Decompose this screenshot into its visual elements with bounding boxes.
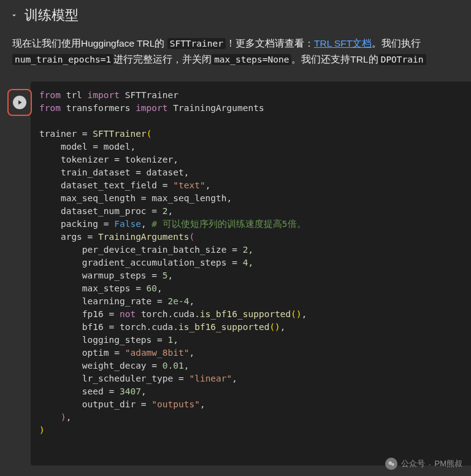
desc-text: 。我们还支持TRL的 xyxy=(291,54,378,64)
doc-link[interactable]: TRL SFT文档 xyxy=(314,38,372,48)
section-title: 训练模型 xyxy=(25,6,78,25)
watermark-dot: · xyxy=(429,459,431,469)
chevron-down-icon xyxy=(10,11,18,20)
watermark-label: 公众号 xyxy=(401,458,425,469)
desc-text: 。我们执行 xyxy=(372,38,421,48)
desc-text: ！更多文档请查看： xyxy=(226,38,314,48)
inline-code: max_steps=None xyxy=(212,54,291,65)
wechat-icon xyxy=(385,458,397,470)
run-button[interactable] xyxy=(13,96,26,109)
desc-text: 进行完整运行，并关闭 xyxy=(113,54,212,64)
inline-code: SFTTrainer xyxy=(167,38,226,49)
code-editor[interactable]: from trl import SFTTrainerfrom transform… xyxy=(31,82,471,466)
run-button-highlight xyxy=(7,89,32,116)
section-header[interactable]: 训练模型 xyxy=(0,0,471,31)
markdown-description: 现在让我们使用Huggingface TRL的 SFTTrainer！更多文档请… xyxy=(0,31,471,73)
play-icon xyxy=(16,99,23,106)
inline-code: num_train_epochs=1 xyxy=(12,54,113,65)
svg-point-1 xyxy=(391,463,394,466)
watermark-author: PM熊叔 xyxy=(435,458,463,469)
inline-code: DPOTrain xyxy=(378,54,426,65)
desc-text: 现在让我们使用Huggingface TRL的 xyxy=(12,38,164,48)
watermark: 公众号 · PM熊叔 xyxy=(385,458,462,470)
code-cell: from trl import SFTTrainerfrom transform… xyxy=(0,82,471,466)
